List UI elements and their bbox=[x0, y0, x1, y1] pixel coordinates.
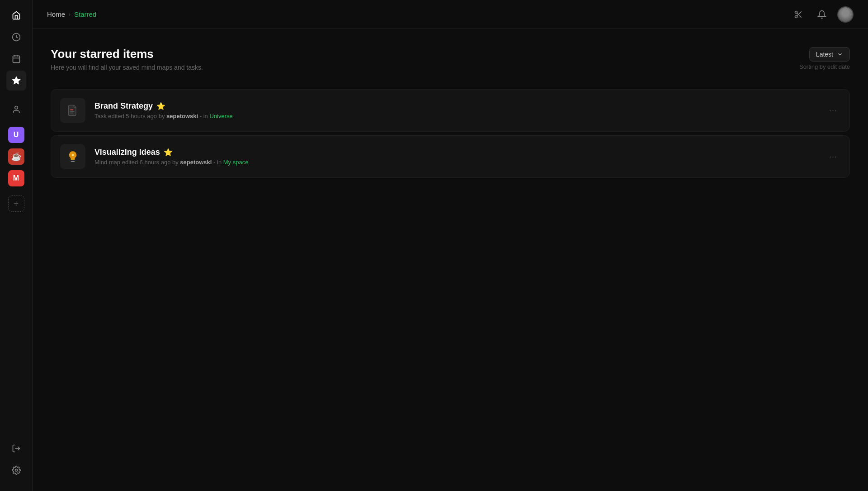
item-workspace-visualizing-ideas[interactable]: My space bbox=[223, 159, 249, 166]
chevron-down-icon bbox=[837, 51, 843, 57]
breadcrumb: Home › Starred bbox=[47, 10, 96, 18]
main-content: Home › Starred Your starred items bbox=[33, 0, 868, 491]
item-info-brand-strategy: Brand Strategy ⭐ Task edited 5 hours ago… bbox=[94, 101, 817, 119]
logout-icon[interactable] bbox=[6, 439, 26, 458]
sidebar-item-people[interactable] bbox=[6, 100, 26, 119]
sidebar-item-calendar[interactable] bbox=[6, 49, 26, 69]
item-more-button-visualizing-ideas[interactable]: ··· bbox=[826, 149, 840, 164]
item-icon-brand-strategy bbox=[60, 98, 85, 123]
item-star-visualizing-ideas: ⭐ bbox=[164, 148, 173, 157]
header: Home › Starred bbox=[33, 0, 868, 29]
breadcrumb-home[interactable]: Home bbox=[47, 10, 65, 18]
item-author-visualizing-ideas: sepetowski bbox=[180, 159, 212, 166]
svg-point-8 bbox=[15, 469, 17, 472]
add-workspace-button[interactable]: + bbox=[8, 195, 24, 212]
starred-items-list: Brand Strategy ⭐ Task edited 5 hours ago… bbox=[51, 89, 850, 178]
sidebar-item-home[interactable] bbox=[6, 5, 26, 25]
sort-dropdown[interactable]: Latest bbox=[809, 47, 850, 62]
breadcrumb-current: Starred bbox=[74, 10, 96, 18]
settings-icon[interactable] bbox=[6, 460, 26, 480]
svg-marker-5 bbox=[12, 77, 20, 84]
workspace-u[interactable]: U bbox=[8, 127, 24, 143]
sort-hint: Sorting by edit date bbox=[799, 63, 850, 70]
svg-point-18 bbox=[72, 154, 74, 156]
item-meta-visualizing-ideas: Mind map edited 6 hours ago by sepetowsk… bbox=[94, 159, 817, 166]
item-meta-brand-strategy: Task edited 5 hours ago by sepetowski - … bbox=[94, 113, 817, 119]
svg-point-9 bbox=[795, 11, 797, 13]
list-item[interactable]: Brand Strategy ⭐ Task edited 5 hours ago… bbox=[51, 89, 850, 132]
workspace-m[interactable]: M bbox=[8, 170, 24, 186]
svg-rect-15 bbox=[70, 110, 73, 110]
svg-point-6 bbox=[14, 106, 18, 110]
svg-rect-1 bbox=[13, 56, 19, 62]
sort-section: Latest Sorting by edit date bbox=[799, 47, 850, 70]
avatar[interactable] bbox=[837, 6, 854, 23]
item-title-text: Brand Strategy bbox=[94, 101, 153, 111]
sidebar-item-recents[interactable] bbox=[6, 27, 26, 47]
document-icon bbox=[66, 104, 79, 117]
item-title-text: Visualizing Ideas bbox=[94, 148, 160, 157]
item-title-brand-strategy: Brand Strategy ⭐ bbox=[94, 101, 817, 111]
item-workspace-brand-strategy[interactable]: Universe bbox=[209, 113, 232, 119]
item-more-button-brand-strategy[interactable]: ··· bbox=[826, 103, 840, 118]
breadcrumb-chevron-icon: › bbox=[69, 11, 71, 18]
scissors-button[interactable] bbox=[790, 6, 807, 23]
page-header: Your starred items Here you will find al… bbox=[51, 47, 850, 71]
lightbulb-icon bbox=[66, 150, 79, 163]
header-right bbox=[790, 6, 854, 23]
item-author-brand-strategy: sepetowski bbox=[166, 113, 198, 119]
page-title-section: Your starred items Here you will find al… bbox=[51, 47, 203, 71]
svg-rect-17 bbox=[70, 113, 73, 114]
bell-button[interactable] bbox=[814, 6, 830, 23]
item-title-visualizing-ideas: Visualizing Ideas ⭐ bbox=[94, 148, 817, 157]
item-star-brand-strategy: ⭐ bbox=[156, 102, 165, 110]
item-icon-visualizing-ideas bbox=[60, 144, 85, 169]
page-subtitle: Here you will find all your saved mind m… bbox=[51, 64, 203, 71]
svg-line-13 bbox=[797, 13, 798, 14]
sidebar: U ☕ M + bbox=[0, 0, 33, 491]
page-title: Your starred items bbox=[51, 47, 203, 61]
list-item[interactable]: Visualizing Ideas ⭐ Mind map edited 6 ho… bbox=[51, 135, 850, 178]
item-info-visualizing-ideas: Visualizing Ideas ⭐ Mind map edited 6 ho… bbox=[94, 148, 817, 166]
sort-dropdown-label: Latest bbox=[816, 51, 833, 58]
page-body: Your starred items Here you will find al… bbox=[33, 29, 868, 491]
svg-rect-16 bbox=[70, 111, 74, 112]
svg-point-10 bbox=[795, 15, 797, 18]
sidebar-item-starred[interactable] bbox=[6, 71, 26, 91]
svg-line-12 bbox=[799, 15, 802, 18]
workspace-java[interactable]: ☕ bbox=[8, 148, 24, 165]
